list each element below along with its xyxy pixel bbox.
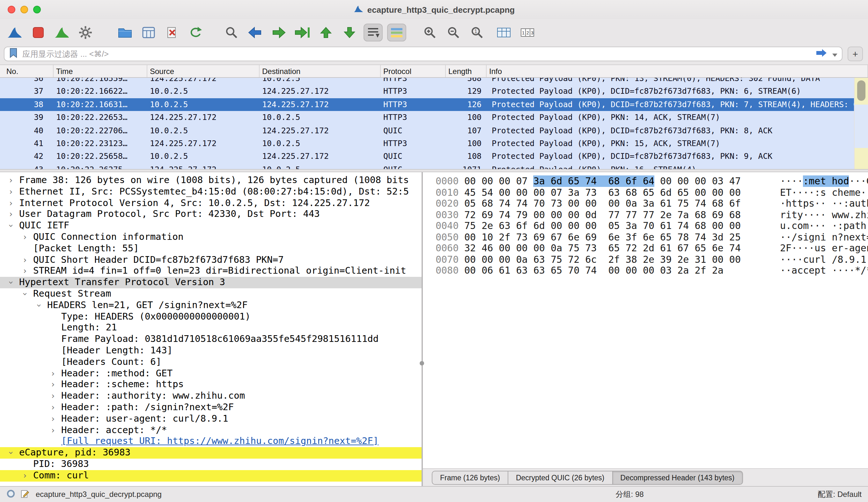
filter-dropdown-chevron-icon[interactable] xyxy=(831,48,838,60)
detail-row[interactable]: ›Header: accept: */* xyxy=(0,424,422,436)
column-header-source[interactable]: Source xyxy=(147,65,260,77)
detail-row[interactable]: ›Header: :method: GET xyxy=(0,368,422,379)
go-to-packet-button[interactable] xyxy=(293,23,312,41)
hex-row[interactable]: 005000 10 2f 73 69 67 6e 69 6e 3f 6e 65 … xyxy=(436,232,868,243)
chevron-down-icon[interactable]: › xyxy=(33,301,45,310)
hex-row[interactable]: 002005 68 74 74 70 73 00 00 00 0a 3a 61 … xyxy=(436,198,868,209)
capture-start-button[interactable] xyxy=(5,23,24,41)
byte-view-tab[interactable]: Decrypted QUIC (26 bytes) xyxy=(508,470,612,484)
column-header-length[interactable]: Length xyxy=(446,65,487,77)
capture-comment-icon[interactable] xyxy=(20,489,29,500)
zoom-in-button[interactable] xyxy=(420,23,440,41)
column-numbers-button[interactable]: 123 xyxy=(518,23,537,41)
expert-info-icon[interactable] xyxy=(7,489,15,500)
close-window-button[interactable] xyxy=(8,6,15,13)
colorize-toggle[interactable] xyxy=(387,23,406,41)
chevron-right-icon[interactable]: › xyxy=(20,266,29,277)
capture-stop-button[interactable] xyxy=(29,23,48,41)
chevron-down-icon[interactable]: › xyxy=(5,221,17,230)
minimize-window-button[interactable] xyxy=(20,6,28,13)
find-packet-button[interactable] xyxy=(222,23,241,41)
packet-list-scrollbar[interactable] xyxy=(854,78,868,169)
detail-row[interactable]: ›HEADERS len=21, GET /signin?next=%2F xyxy=(0,300,422,311)
detail-row[interactable]: ›Header: :scheme: https xyxy=(0,379,422,391)
go-back-button[interactable] xyxy=(246,23,265,41)
zoom-out-button[interactable] xyxy=(444,23,463,41)
detail-row[interactable]: ›QUIC Connection information xyxy=(0,232,422,243)
chevron-right-icon[interactable]: › xyxy=(49,402,58,413)
statusbar-profile[interactable]: 配置: Default xyxy=(818,489,861,500)
chevron-right-icon[interactable]: › xyxy=(7,209,15,221)
chevron-right-icon[interactable]: › xyxy=(7,175,15,186)
packet-row[interactable]: 3610:20:22.16559…124.225.27.17210.0.2.5H… xyxy=(0,78,868,85)
column-header-protocol[interactable]: Protocol xyxy=(381,65,446,77)
byte-view-tab[interactable]: Decompressed Header (143 bytes) xyxy=(612,470,743,484)
detail-row[interactable]: [Header Length: 143] xyxy=(0,345,422,357)
chevron-right-icon[interactable]: › xyxy=(20,470,29,481)
chevron-right-icon[interactable]: › xyxy=(49,368,58,379)
detail-row[interactable]: ›QUIC Short Header DCID=fc87b2f673d7f683… xyxy=(0,254,422,266)
packet-row[interactable]: 4010:20:22.22706…10.0.2.5124.225.27.172Q… xyxy=(0,124,868,137)
column-header-destination[interactable]: Destination xyxy=(260,65,381,77)
hex-row[interactable]: 004075 2e 63 6f 6d 00 00 00 05 3a 70 61 … xyxy=(436,221,868,232)
display-filter-input[interactable] xyxy=(22,49,811,58)
packet-row[interactable]: 4310:20:22.26275…124.225.27.17210.0.2.5Q… xyxy=(0,163,868,169)
detail-row[interactable]: ›User Datagram Protocol, Src Port: 42330… xyxy=(0,209,422,221)
capture-restart-button[interactable] xyxy=(52,23,71,41)
packet-row[interactable]: 3810:20:22.16631…10.0.2.5124.225.27.172H… xyxy=(0,98,868,111)
zoom-window-button[interactable] xyxy=(33,6,41,13)
chevron-right-icon[interactable]: › xyxy=(49,424,58,436)
detail-row[interactable]: ›Request Stream xyxy=(0,288,422,300)
column-header-no[interactable]: No. xyxy=(0,65,54,77)
auto-scroll-toggle[interactable] xyxy=(363,23,383,41)
save-file-button[interactable] xyxy=(139,23,158,41)
hex-row[interactable]: 006032 46 00 00 00 0a 75 73 65 72 2d 61 … xyxy=(436,243,868,254)
hex-row[interactable]: 007000 00 00 0a 63 75 72 6c 2f 38 2e 39 … xyxy=(436,254,868,265)
detail-row[interactable]: ›QUIC IETF xyxy=(0,220,422,232)
detail-row[interactable]: ›Header: :authority: www.zhihu.com xyxy=(0,390,422,402)
detail-row[interactable]: ›Comm: curl xyxy=(0,470,422,481)
go-forward-button[interactable] xyxy=(269,23,288,41)
chevron-right-icon[interactable]: › xyxy=(20,232,29,243)
close-file-button[interactable] xyxy=(163,23,182,41)
detail-row[interactable]: [Full request URI: https://www.zhihu.com… xyxy=(0,436,422,448)
detail-row[interactable]: [Headers Count: 6] xyxy=(0,357,422,368)
byte-view-tab[interactable]: Frame (126 bytes) xyxy=(432,470,508,484)
display-filter-field[interactable] xyxy=(4,47,843,61)
resize-columns-button[interactable] xyxy=(494,23,514,41)
zoom-reset-button[interactable]: 1 xyxy=(467,23,487,41)
detail-row[interactable]: ›eCapture, pid: 36983 xyxy=(0,447,422,459)
pane-divider-handle[interactable] xyxy=(419,361,424,366)
chevron-down-icon[interactable]: › xyxy=(19,290,31,298)
packet-row[interactable]: 4210:20:22.25658…10.0.2.5124.225.27.172Q… xyxy=(0,150,868,163)
bookmark-icon[interactable] xyxy=(8,47,19,61)
detail-row[interactable]: ›Header: :path: /signin?next=%2F xyxy=(0,402,422,413)
chevron-right-icon[interactable]: › xyxy=(7,186,15,198)
chevron-down-icon[interactable]: › xyxy=(5,278,17,287)
detail-row[interactable]: ›Frame 38: 126 bytes on wire (1008 bits)… xyxy=(0,175,422,186)
hex-row[interactable]: 000000 00 00 07 3a 6d 65 74 68 6f 64 00 … xyxy=(436,176,868,187)
open-file-button[interactable] xyxy=(115,23,135,41)
detail-row[interactable]: Length: 21 xyxy=(0,322,422,334)
add-filter-button[interactable]: + xyxy=(848,47,863,61)
detail-row[interactable]: ›Header: user-agent: curl/8.9.1 xyxy=(0,413,422,424)
chevron-right-icon[interactable]: › xyxy=(49,390,58,402)
chevron-right-icon[interactable]: › xyxy=(7,197,15,209)
detail-row[interactable]: Type: HEADERS (0x0000000000000001) xyxy=(0,311,422,322)
hex-row[interactable]: 008000 06 61 63 63 65 70 74 00 00 00 03 … xyxy=(436,265,868,277)
last-packet-button[interactable] xyxy=(340,23,359,41)
scrollbar-thumb[interactable] xyxy=(857,80,866,101)
detail-row[interactable]: ›Internet Protocol Version 4, Src: 10.0.… xyxy=(0,197,422,209)
first-packet-button[interactable] xyxy=(316,23,335,41)
chevron-right-icon[interactable]: › xyxy=(49,413,58,424)
capture-options-button[interactable] xyxy=(76,23,95,41)
column-header-time[interactable]: Time xyxy=(54,65,147,77)
detail-row[interactable]: Frame Payload: 0381d1d710518c61069aa355f… xyxy=(0,334,422,345)
packet-row[interactable]: 3910:20:22.22653…124.225.27.17210.0.2.5H… xyxy=(0,111,868,124)
chevron-right-icon[interactable]: › xyxy=(20,254,29,266)
chevron-down-icon[interactable]: › xyxy=(5,448,17,457)
chevron-right-icon[interactable]: › xyxy=(49,379,58,391)
detail-row[interactable]: [Packet Length: 55] xyxy=(0,243,422,255)
hex-row[interactable]: 003072 69 74 79 00 00 00 0d 77 77 77 2e … xyxy=(436,209,868,221)
detail-row[interactable]: PID: 36983 xyxy=(0,459,422,470)
